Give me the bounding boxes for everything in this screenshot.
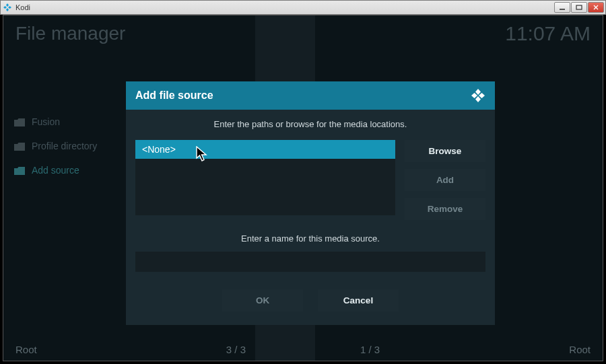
footer-count-left: 3 / 3 [226,344,246,355]
window-controls [553,2,604,13]
header: File manager 11:07 AM [15,22,591,45]
clock: 11:07 AM [505,22,591,45]
side-buttons: Browse Add Remove [405,140,485,220]
sidebar: Fusion Profile directory Add source [11,110,123,182]
dialog-title: Add file source [135,89,213,102]
dialog-body: Enter the paths or browse for the media … [126,110,495,325]
window-titlebar: Kodi [0,0,606,15]
cancel-button[interactable]: Cancel [318,289,399,312]
footer-count-right: 1 / 3 [360,344,380,355]
close-button[interactable] [588,2,604,13]
sidebar-item-label: Add source [32,165,79,176]
folder-icon [14,142,25,150]
svg-marker-9 [475,96,481,102]
maximize-button[interactable] [571,2,587,13]
sidebar-item-fusion[interactable]: Fusion [11,110,123,134]
kodi-logo-icon [471,88,485,103]
folder-icon [14,166,25,174]
footer-label-left: Root [15,344,37,355]
paths-list[interactable]: <None> [135,140,395,215]
footer-label-right: Root [569,344,591,355]
browse-button[interactable]: Browse [405,140,485,162]
window-title: Kodi [15,3,553,11]
sidebar-item-label: Profile directory [32,141,97,151]
svg-marker-6 [475,89,481,95]
svg-marker-1 [3,6,7,9]
sidebar-item-add-source[interactable]: Add source [11,158,123,182]
dialog-header: Add file source [126,81,495,110]
paths-row: <None> Browse Add Remove [135,140,485,220]
add-button[interactable]: Add [405,169,485,191]
svg-rect-5 [576,5,582,9]
sidebar-item-profile-directory[interactable]: Profile directory [11,134,123,158]
svg-marker-3 [6,8,9,11]
svg-marker-0 [6,3,9,7]
svg-marker-7 [471,93,477,98]
path-item[interactable]: <None> [135,140,395,159]
svg-marker-8 [479,93,485,98]
dialog-actions: OK Cancel [135,289,485,312]
svg-rect-4 [560,9,565,10]
page-title: File manager [15,23,125,44]
instruction-name: Enter a name for this media source. [135,233,485,244]
instruction-paths: Enter the paths or browse for the media … [135,119,485,129]
ok-button[interactable]: OK [222,289,303,312]
footer-center-group: 3 / 3 1 / 3 [15,344,591,355]
folder-icon [14,118,25,126]
footer: Root 3 / 3 1 / 3 Root [15,344,591,355]
app-content: File manager 11:07 AM Fusion Profile dir… [3,15,603,361]
minimize-button[interactable] [554,2,570,13]
svg-marker-2 [8,6,11,9]
remove-button[interactable]: Remove [405,198,485,220]
sidebar-item-label: Fusion [32,116,60,127]
path-item-label: <None> [142,144,176,155]
source-name-input[interactable] [135,252,485,272]
app-icon [2,2,13,13]
add-file-source-dialog: Add file source Enter the paths or brows… [126,81,495,325]
